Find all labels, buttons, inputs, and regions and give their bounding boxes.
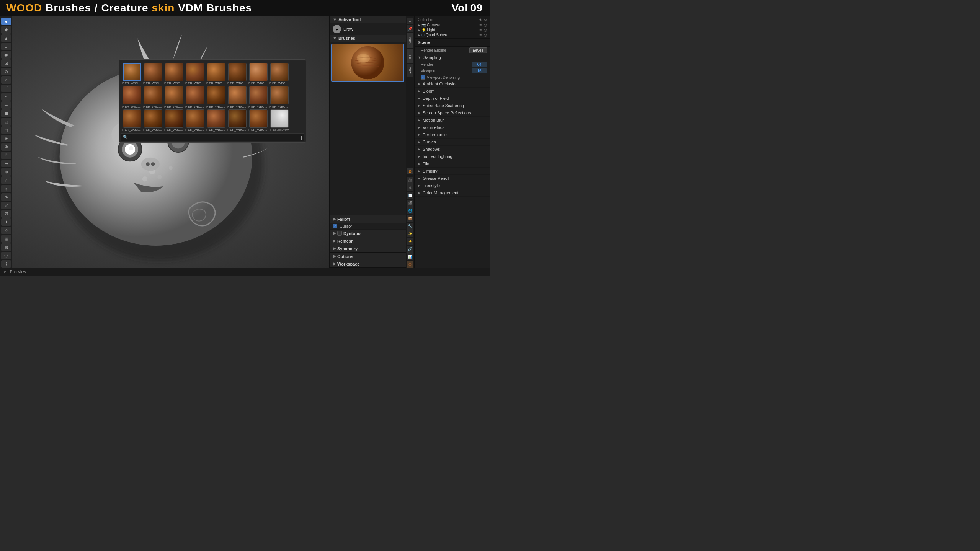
camera-visibility-icon[interactable]: 👁 [479, 23, 483, 27]
remesh-header[interactable]: ▶ Remesh [330, 237, 406, 245]
physics-icon[interactable]: ⚡ [407, 238, 413, 245]
brush-item-wbc17[interactable]: F ER_WBC_17 [143, 86, 163, 108]
tool-blob[interactable]: ○ [1, 76, 11, 84]
tool-multires[interactable]: ◌ [1, 252, 11, 259]
render-props-icon[interactable]: 🎥 [407, 177, 413, 184]
brush-item-wbc24[interactable]: F ER_WBC_24 [122, 109, 142, 132]
curves-row[interactable]: ▶ Curves [415, 139, 490, 146]
brush-item-sculptdraw[interactable]: F SculptDraw [270, 109, 289, 132]
subsurface-scattering-row[interactable]: ▶ Subsurface Scattering [415, 102, 490, 109]
cursor-checkbox[interactable]: ✓ [333, 224, 337, 228]
sampling-header-row[interactable]: ▼ Sampling [415, 54, 490, 61]
falloff-header[interactable]: ▶ Falloff [330, 215, 406, 223]
viewport-denoising-checkbox[interactable]: ✓ [421, 75, 425, 80]
shadows-row[interactable]: ▶ Shadows [415, 146, 490, 153]
brush-item-wbc26[interactable]: F ER_WBC_26 [164, 109, 184, 132]
tool-cloth[interactable]: ✦ [1, 218, 11, 226]
tool-clay[interactable]: ▲ [1, 34, 11, 42]
tree-camera[interactable]: ▶ 📷 Camera 👁 ◎ [416, 23, 488, 28]
brush-search-input[interactable] [130, 135, 299, 140]
tool-simplify-brush[interactable]: ✧ [1, 227, 11, 234]
tool-smooth[interactable]: ~ [1, 93, 11, 101]
motion-blur-row[interactable]: ▶ Motion Blur [415, 117, 490, 124]
tool-layer[interactable]: ⊡ [1, 59, 11, 67]
brush-item-wbc08[interactable]: F ER_WBC_08 [122, 63, 142, 85]
film-row[interactable]: ▶ Film [415, 160, 490, 168]
collection-render-icon[interactable]: ◎ [484, 18, 487, 22]
tool-snake-hook[interactable]: ↪ [1, 160, 11, 168]
tree-quad-sphere[interactable]: ▶ ⬡ Quad Sphere 👁 ◎ [416, 33, 488, 37]
brush-item-wbc15[interactable]: F ER_WBC_15 [270, 63, 289, 85]
dyntopo-header[interactable]: ▶ Dyntopo [330, 230, 406, 237]
grease-pencil-row[interactable]: ▶ Grease Pencil [415, 175, 490, 182]
simplify-row[interactable]: ▶ Simplify [415, 168, 490, 175]
brush-item-wbc11[interactable]: F ER_WBC_11 [185, 63, 205, 85]
brush-item-wbc18[interactable]: F ER_WBC_18 [164, 86, 184, 108]
object-icon[interactable]: 📦 [407, 215, 413, 222]
brush-item-wbc19[interactable]: F ER_WBC_19 [185, 86, 205, 108]
tool-boundary[interactable]: ⊠ [1, 210, 11, 218]
tool-mask[interactable]: ▦ [1, 235, 11, 243]
tool-rotate[interactable]: ⟲ [1, 193, 11, 201]
tool-slide[interactable]: ⤢ [1, 202, 11, 209]
color-management-row[interactable]: ▶ Color Management [415, 189, 490, 197]
material-icon[interactable]: ⬡ [407, 261, 413, 268]
tool-scrape[interactable]: ◿ [1, 118, 11, 126]
view-layer-icon[interactable]: 📄 [407, 192, 413, 199]
screen-space-reflections-row[interactable]: ▶ Screen Space Reflections [415, 109, 490, 117]
collection-eye-icon[interactable]: 👁 [479, 18, 482, 22]
brush-item-wbc14[interactable]: F ER_WBC_14 [248, 63, 268, 85]
tree-light[interactable]: ▶ 💡 Light 👁 ◎ [416, 28, 488, 33]
world-icon[interactable]: 🌐 [407, 207, 413, 214]
brush-item-wbc21[interactable]: F ER_WBC_21 [227, 86, 247, 108]
render-engine-badge[interactable]: Eevee [469, 47, 487, 53]
active-tool-header[interactable]: ▼ Active Tool [330, 16, 406, 23]
cursor-row[interactable]: ✓ Cursor [330, 223, 406, 230]
light-render-icon[interactable]: ◎ [484, 28, 487, 32]
tool-flatten[interactable]: ─ [1, 101, 11, 109]
brush-item-wbc28[interactable]: F ER_WBC_28 [206, 109, 226, 132]
quadsphere-visibility-icon[interactable]: 👁 [479, 33, 483, 37]
tool-grab[interactable]: ⊕ [1, 143, 11, 151]
options-header[interactable]: ▶ Options [330, 253, 406, 260]
constraints-icon[interactable]: 🔗 [407, 246, 413, 253]
brush-item-wbc10[interactable]: F ER_WBC_10 [164, 63, 184, 85]
brush-item-wbc09[interactable]: F ER_WBC_09 [143, 63, 163, 85]
data-icon[interactable]: 📊 [407, 253, 413, 260]
symmetry-header[interactable]: ▶ Symmetry [330, 245, 406, 253]
tool-transform[interactable]: ⊹ [1, 260, 11, 268]
tool-draw[interactable]: ● [1, 18, 11, 25]
tool-clay-thumb[interactable]: ◉ [1, 51, 11, 59]
light-visibility-icon[interactable]: 👁 [479, 28, 483, 32]
tool-pose[interactable]: ☆ [1, 176, 11, 184]
brush-item-wbc30[interactable]: F ER_WBC_30 [248, 109, 268, 132]
camera-render-icon2[interactable]: ◎ [484, 23, 487, 27]
brushes-header[interactable]: ▼ Brushes [330, 35, 406, 42]
tool-clay-strips[interactable]: ≡ [1, 43, 11, 51]
tool-fill[interactable]: ◼ [1, 109, 11, 117]
tool-thumb[interactable]: ⊛ [1, 168, 11, 176]
brush-item-wbc27[interactable]: F ER_WBC_27 [185, 109, 205, 132]
brush-item-wbc12[interactable]: F ER_WBC_12 [206, 63, 226, 85]
brush-item-wbc23[interactable]: F ER_WBC_23 [270, 86, 289, 108]
scroll-up-icon[interactable]: ▲ [407, 18, 413, 24]
tool-face-sets[interactable]: ▩ [1, 243, 11, 251]
tool-crease[interactable]: ⌒ [1, 85, 11, 92]
brush-item-wbc25[interactable]: F ER_WBC_25 [143, 109, 163, 132]
workspace-header[interactable]: ▶ Workspace [330, 260, 406, 268]
tab-item-icon[interactable]: Item [407, 33, 413, 48]
depth-of-field-row[interactable]: ▶ Depth of Field [415, 95, 490, 102]
output-props-icon[interactable]: 🖨 [407, 184, 413, 191]
particles-icon[interactable]: ✨ [407, 230, 413, 237]
ambient-occlusion-row[interactable]: ▶ Ambient Occlusion [415, 80, 490, 88]
render-count-value[interactable]: 64 [472, 62, 487, 67]
quadsphere-render-icon[interactable]: ◎ [484, 33, 487, 37]
tool-nudge[interactable]: ↕ [1, 185, 11, 192]
modifier-icon[interactable]: 🔧 [407, 223, 413, 230]
performance-row[interactable]: ▶ Performance [415, 131, 490, 139]
tool-inflate[interactable]: ⊙ [1, 68, 11, 75]
brush-item-wbc20[interactable]: F ER_WBC_20 [206, 86, 226, 108]
brush-item-wbc13[interactable]: F ER_WBC_13 [227, 63, 247, 85]
brush-item-wbc16[interactable]: F ER_WBC_16 [122, 86, 142, 108]
freestyle-row[interactable]: ▶ Freestyle [415, 182, 490, 189]
